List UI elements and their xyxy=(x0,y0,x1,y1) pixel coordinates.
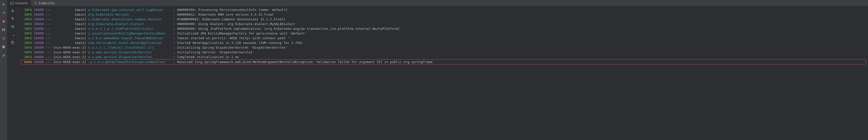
log-level: INFO xyxy=(22,54,32,59)
log-level: INFO xyxy=(22,7,32,12)
stop-icon[interactable] xyxy=(2,19,6,23)
log-line[interactable]: INFO 19450 --- [nio-4656-exec-2] o.a.c.c… xyxy=(22,45,866,50)
log-message: HCANN000001: Hibernate Commons Annotatio… xyxy=(177,17,285,22)
log-line[interactable]: INFO 19450 --- [main] j.LocalContainerEn… xyxy=(22,31,866,36)
log-colon: : xyxy=(172,12,177,17)
pin-icon[interactable] xyxy=(2,53,6,57)
log-separator: --- xyxy=(43,50,53,54)
log-message: Initialized JPA EntityManagerFactory for… xyxy=(177,31,307,36)
log-line[interactable]: INFO 19450 --- [main] o.hibernate.annota… xyxy=(22,17,866,22)
log-thread: [nio-4656-exec-2] xyxy=(53,60,88,64)
side-rail xyxy=(0,0,7,140)
log-colon: : xyxy=(172,22,177,26)
log-line[interactable]: INFO 19450 --- [main] o.h.e.t.j.p.i.JtaP… xyxy=(22,26,866,31)
log-thread: [main] xyxy=(53,12,88,17)
log-thread: [main] xyxy=(53,31,88,36)
tab-endpoints-label: Endpoints xyxy=(39,1,55,5)
scroll-down-icon[interactable] xyxy=(10,16,15,21)
log-separator: --- xyxy=(43,41,53,45)
log-thread: [main] xyxy=(53,26,88,31)
log-colon: : xyxy=(172,50,177,54)
log-logger: o.h.e.t.j.p.i.JtaPlatformInitiator xyxy=(88,26,172,31)
log-logger: j.LocalContainerEntityManagerFactoryBean xyxy=(88,31,172,36)
log-pid: 19450 xyxy=(32,54,43,59)
printer-icon[interactable] xyxy=(2,45,6,49)
log-thread: [main] xyxy=(53,22,88,26)
log-pid: 19450 xyxy=(32,26,43,31)
log-separator: --- xyxy=(43,60,53,64)
log-thread: [main] xyxy=(53,17,88,22)
log-message: HHH000412: Hibernate ORM core version 5.… xyxy=(177,12,274,17)
log-message: Initializing Servlet 'dispatcherServlet' xyxy=(177,50,254,54)
log-pid: 19450 xyxy=(32,7,43,12)
scroll-up-icon[interactable] xyxy=(10,8,15,13)
log-line[interactable]: WARN 19450 --- [nio-4656-exec-2] .w.s.m.… xyxy=(21,59,866,65)
tab-console[interactable]: Console xyxy=(7,0,31,6)
log-colon: : xyxy=(172,41,177,45)
log-separator: --- xyxy=(43,7,53,12)
log-colon: : xyxy=(172,45,177,50)
log-level: INFO xyxy=(22,17,32,22)
log-separator: --- xyxy=(43,26,53,31)
log-level: INFO xyxy=(22,31,32,36)
svg-rect-1 xyxy=(11,2,13,4)
log-thread: [main] xyxy=(53,7,88,12)
log-logger: org.hibernate.dialect.Dialect xyxy=(88,22,172,26)
wrench-icon[interactable] xyxy=(2,11,6,15)
exit-icon[interactable] xyxy=(2,36,6,40)
log-thread: [main] xyxy=(53,36,88,41)
console-output[interactable]: INFO 19450 --- [main] o.hibernate.jpa.in… xyxy=(18,6,868,140)
log-logger: o.s.web.servlet.DispatcherServlet xyxy=(88,54,172,59)
tab-console-label: Console xyxy=(16,1,28,5)
log-logger: org.hibernate.Version xyxy=(88,12,172,17)
log-pid: 19450 xyxy=(32,31,43,36)
log-separator: --- xyxy=(43,45,53,50)
log-level: INFO xyxy=(22,41,32,45)
endpoints-icon xyxy=(34,1,37,5)
log-line[interactable]: INFO 19450 --- [main] o.s.b.w.embedded.t… xyxy=(22,36,866,41)
log-line[interactable]: INFO 19450 --- [nio-4656-exec-2] o.s.web… xyxy=(22,54,866,59)
log-message: Resolved [org.springframework.web.bind.M… xyxy=(177,60,433,64)
log-thread: [nio-4656-exec-2] xyxy=(53,50,88,54)
log-separator: --- xyxy=(43,17,53,22)
log-message: HHH000204: Processing PersistenceUnitInf… xyxy=(177,7,287,12)
svg-rect-0 xyxy=(2,20,5,23)
log-message: Tomcat started on port(s): 4656 (http) w… xyxy=(177,36,291,41)
log-level: INFO xyxy=(22,22,32,26)
log-line[interactable]: INFO 19450 --- [main] com.tericcabrel.ho… xyxy=(22,41,866,45)
tab-endpoints[interactable]: Endpoints xyxy=(31,0,58,6)
log-colon: : xyxy=(172,60,177,64)
log-pid: 19450 xyxy=(32,12,43,17)
log-line[interactable]: INFO 19450 --- [main] org.hibernate.Vers… xyxy=(22,12,866,17)
soft-wrap-icon[interactable] xyxy=(10,24,15,29)
console-icon xyxy=(10,1,14,5)
log-pid: 19450 xyxy=(32,50,43,54)
log-line[interactable]: INFO 19450 --- [main] org.hibernate.dial… xyxy=(22,22,866,26)
log-colon: : xyxy=(172,31,177,36)
log-level: INFO xyxy=(22,50,32,54)
log-logger: o.hibernate.annotations.common.Version xyxy=(88,17,172,22)
log-line[interactable]: INFO 19450 --- [main] o.hibernate.jpa.in… xyxy=(22,7,866,12)
console-gutter xyxy=(7,6,18,140)
log-thread: [nio-4656-exec-2] xyxy=(53,45,88,50)
log-line[interactable]: INFO 19450 --- [nio-4656-exec-2] o.s.web… xyxy=(22,50,866,54)
log-logger: o.s.b.w.embedded.tomcat.TomcatWebServer xyxy=(88,36,172,41)
log-level: INFO xyxy=(22,36,32,41)
log-separator: --- xyxy=(43,22,53,26)
log-logger: com.tericcabrel.hotel.HotelApplication xyxy=(88,41,172,45)
scroll-to-end-icon[interactable] xyxy=(10,32,15,37)
log-message: Initializing Spring DispatcherServlet 'd… xyxy=(177,45,287,50)
log-logger: o.hibernate.jpa.internal.util.LogHelper xyxy=(88,7,172,12)
clear-all-icon[interactable] xyxy=(10,40,15,45)
log-separator: --- xyxy=(43,54,53,59)
log-colon: : xyxy=(172,26,177,31)
log-level: INFO xyxy=(22,26,32,31)
log-logger: .w.s.m.s.DefaultHandlerExceptionResolver xyxy=(88,60,172,64)
log-logger: o.s.web.servlet.DispatcherServlet xyxy=(88,50,172,54)
svg-point-2 xyxy=(35,3,36,4)
run-icon[interactable] xyxy=(2,2,6,6)
log-pid: 19450 xyxy=(32,45,43,50)
camera-icon[interactable] xyxy=(2,28,6,32)
log-logger: o.a.c.c.C.[Tomcat].[localhost].[/] xyxy=(88,45,172,50)
log-level: WARN xyxy=(22,60,32,64)
